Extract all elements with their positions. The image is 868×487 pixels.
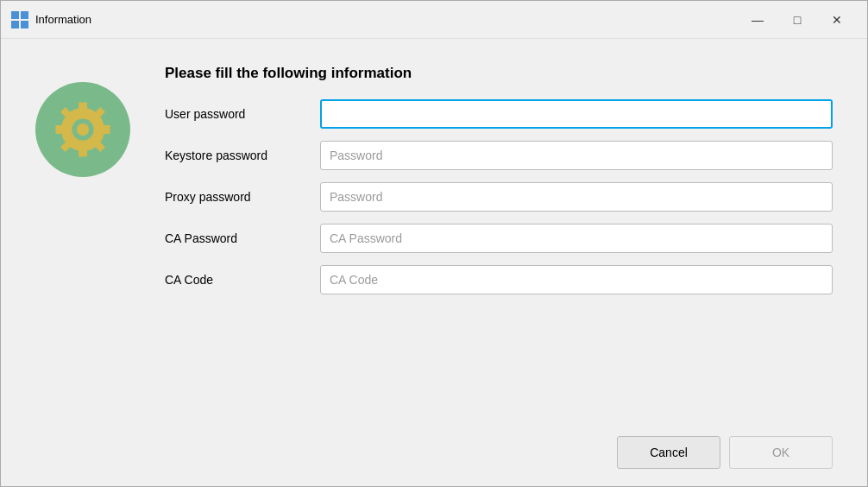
svg-rect-2 [11, 21, 19, 28]
maximize-button[interactable]: □ [777, 6, 817, 34]
input-keystore-password[interactable] [320, 141, 833, 170]
form-row-ca-password: CA Password [165, 224, 833, 253]
left-panel [35, 65, 130, 469]
form-row-user-password: User password [165, 99, 833, 129]
minimize-button[interactable]: — [738, 6, 777, 34]
label-user-password: User password [165, 107, 320, 121]
title-bar: Information — □ ✕ [1, 1, 867, 39]
label-ca-code: CA Code [165, 273, 320, 287]
form-row-proxy-password: Proxy password [165, 182, 833, 212]
gear-icon-container [35, 82, 130, 177]
right-panel: Please fill the following information Us… [165, 65, 833, 469]
input-ca-password[interactable] [320, 224, 833, 253]
gear-icon [53, 99, 113, 160]
window-icon [11, 11, 28, 28]
label-proxy-password: Proxy password [165, 190, 320, 204]
form-row-ca-code: CA Code [165, 265, 833, 294]
window-controls: — □ ✕ [738, 6, 857, 34]
input-proxy-password[interactable] [320, 182, 833, 212]
ok-button[interactable]: OK [729, 436, 833, 469]
window-title: Information [35, 13, 738, 26]
label-ca-password: CA Password [165, 231, 320, 245]
form-heading: Please fill the following information [165, 65, 833, 82]
buttons-row: Cancel OK [165, 427, 833, 469]
input-user-password[interactable] [320, 99, 833, 129]
svg-rect-3 [21, 21, 28, 28]
label-keystore-password: Keystore password [165, 149, 320, 162]
main-window: Information — □ ✕ Please fill the follow… [0, 0, 868, 487]
content-area: Please fill the following information Us… [1, 39, 867, 486]
svg-point-5 [77, 123, 89, 136]
cancel-button[interactable]: Cancel [617, 436, 720, 469]
svg-rect-1 [21, 11, 28, 19]
input-ca-code[interactable] [320, 265, 833, 294]
svg-rect-0 [11, 11, 19, 19]
close-button[interactable]: ✕ [817, 6, 857, 34]
form-row-keystore-password: Keystore password [165, 141, 833, 170]
